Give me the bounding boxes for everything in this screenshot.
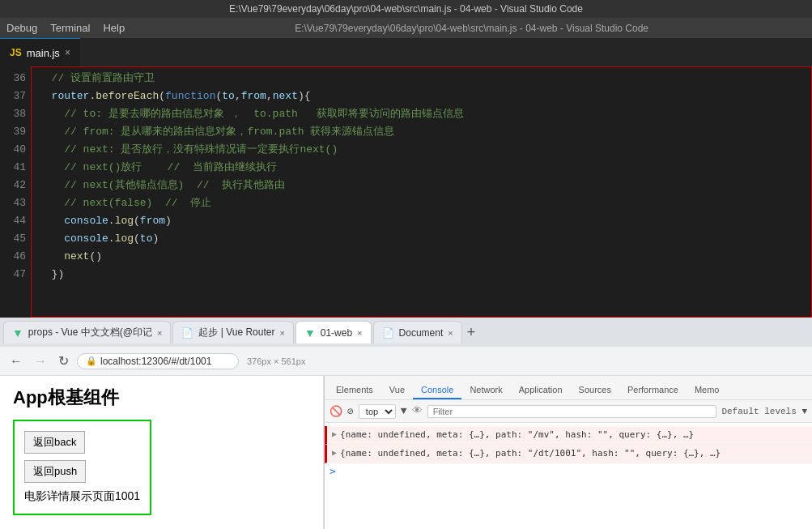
menu-help[interactable]: Help bbox=[103, 22, 125, 34]
js-file-icon: JS bbox=[10, 47, 22, 58]
back-button[interactable]: ← bbox=[6, 352, 26, 370]
reload-button[interactable]: ↻ bbox=[55, 352, 72, 370]
page-title: App根基组件 bbox=[13, 386, 310, 410]
code-line-44: console.log(from) bbox=[39, 212, 812, 230]
devtools-panel: Elements Vue Console Network Application… bbox=[324, 376, 812, 529]
browser-tab-document-label: Document bbox=[399, 327, 444, 339]
menu-terminal[interactable]: Terminal bbox=[50, 22, 90, 34]
menu-bar: Debug Terminal Help E:\Vue79\79everyday\… bbox=[0, 18, 812, 38]
console-input-line: > bbox=[325, 463, 812, 479]
vue-icon-props: ▼ bbox=[12, 326, 23, 339]
code-line-46: next() bbox=[39, 248, 812, 266]
default-levels-label[interactable]: Default levels ▼ bbox=[721, 407, 807, 416]
devtools-tab-console[interactable]: Console bbox=[413, 382, 461, 399]
watermark: https://blog.csdn.net/weixin_44857717 bbox=[654, 511, 806, 526]
console-line-2: ▶ {name: undefined, meta: {…}, path: "/d… bbox=[325, 445, 812, 463]
code-line-40: // next: 是否放行，没有特殊情况请一定要执行next() bbox=[39, 141, 812, 159]
lock-icon: 🔒 bbox=[86, 356, 97, 366]
code-editor: 36 37 38 39 40 41 42 43 44 45 46 47 // 设… bbox=[0, 66, 812, 318]
editor-tabs: JS main.js × bbox=[0, 38, 812, 66]
menu-debug[interactable]: Debug bbox=[6, 22, 37, 34]
code-line-41: // next()放行 // 当前路由继续执行 bbox=[39, 159, 812, 177]
address-bar[interactable]: 🔒 localhost:12306/#/dt/1001 bbox=[77, 353, 239, 369]
browser-tab-props-close[interactable]: × bbox=[157, 328, 162, 338]
devtools-tab-performance[interactable]: Performance bbox=[619, 382, 687, 399]
back-button-page[interactable]: 返回back bbox=[24, 431, 85, 454]
line-numbers: 36 37 38 39 40 41 42 43 44 45 46 47 bbox=[0, 66, 32, 318]
browser-tab-01web[interactable]: ▼ 01-web × bbox=[295, 321, 372, 343]
browser-tab-01web-label: 01-web bbox=[321, 327, 352, 339]
browser-tab-01web-close[interactable]: × bbox=[357, 328, 362, 338]
eye-icon[interactable]: 👁 bbox=[412, 405, 423, 417]
filter-input[interactable] bbox=[427, 405, 717, 418]
browser-tab-start-label: 起步 | Vue Router bbox=[198, 326, 274, 339]
browser-tab-start[interactable]: 📄 起步 | Vue Router × bbox=[172, 321, 293, 343]
page-content: App根基组件 返回back 返回push 电影详情展示页面1001 bbox=[0, 376, 324, 529]
address-bar-row: ← → ↻ 🔒 localhost:12306/#/dt/1001 376px … bbox=[0, 347, 812, 376]
doc-icon-document: 📄 bbox=[382, 327, 394, 339]
devtools-tab-application[interactable]: Application bbox=[511, 382, 571, 399]
new-tab-button[interactable]: + bbox=[464, 324, 479, 341]
source-select[interactable]: top bbox=[359, 404, 396, 419]
devtools-tab-memo[interactable]: Memo bbox=[687, 382, 728, 399]
console-text-1: {name: undefined, meta: {…}, path: "/mv"… bbox=[340, 428, 694, 442]
browser-content: App根基组件 返回back 返回push 电影详情展示页面1001 Eleme… bbox=[0, 376, 812, 529]
vue-icon-01web: ▼ bbox=[304, 326, 316, 339]
console-line-1: ▶ {name: undefined, meta: {…}, path: "/m… bbox=[325, 426, 812, 445]
forward-button[interactable]: → bbox=[31, 352, 50, 370]
devtools-tab-sources[interactable]: Sources bbox=[571, 382, 619, 399]
browser-tab-props-label: props - Vue 中文文档(@印记 bbox=[28, 326, 152, 339]
push-button-page[interactable]: 返回push bbox=[24, 460, 86, 483]
devtools-tab-elements[interactable]: Elements bbox=[328, 382, 381, 399]
dropdown-arrow-icon[interactable]: ▼ bbox=[401, 405, 407, 417]
console-prompt-icon: > bbox=[329, 465, 336, 477]
code-content: // 设置前置路由守卫 router.beforeEach(function(t… bbox=[32, 66, 812, 318]
green-box: 返回back 返回push 电影详情展示页面1001 bbox=[13, 420, 151, 515]
browser-tabs: ▼ props - Vue 中文文档(@印记 × 📄 起步 | Vue Rout… bbox=[0, 318, 812, 347]
console-expand-arrow-1[interactable]: ▶ bbox=[332, 429, 337, 438]
menu-title: E:\Vue79\79everyday\06day\pro\04-web\src… bbox=[138, 23, 806, 34]
code-line-36: // 设置前置路由守卫 bbox=[39, 70, 812, 87]
url-text: localhost:12306/#/dt/1001 bbox=[100, 356, 211, 367]
code-line-43: // next(false) // 停止 bbox=[39, 194, 812, 212]
code-line-37: router.beforeEach(function(to,from,next)… bbox=[39, 87, 812, 105]
code-line-39: // from: 是从哪来的路由信息对象，from.path 获得来源锚点信息 bbox=[39, 123, 812, 141]
code-line-42: // next(其他锚点信息) // 执行其他路由 bbox=[39, 177, 812, 194]
console-text-2: {name: undefined, meta: {…}, path: "/dt/… bbox=[340, 446, 721, 461]
code-line-45: console.log(to) bbox=[39, 230, 812, 248]
browser-tab-props[interactable]: ▼ props - Vue 中文文档(@印记 × bbox=[3, 321, 171, 343]
code-editor-wrapper: 36 37 38 39 40 41 42 43 44 45 46 47 // 设… bbox=[0, 66, 812, 318]
filter-icon[interactable]: ⊘ bbox=[347, 405, 354, 418]
movie-title: 电影详情展示页面1001 bbox=[24, 489, 140, 504]
dimension-label: 376px × 561px bbox=[247, 356, 305, 366]
editor-tab-mainjs[interactable]: JS main.js × bbox=[0, 38, 80, 66]
browser-tab-start-close[interactable]: × bbox=[279, 328, 284, 338]
title-bar-text: E:\Vue79\79everyday\06day\pro\04-web\src… bbox=[229, 3, 583, 15]
console-expand-arrow-2[interactable]: ▶ bbox=[332, 448, 337, 457]
doc-icon-start: 📄 bbox=[181, 327, 193, 339]
devtools-tab-network[interactable]: Network bbox=[461, 382, 510, 399]
editor-tab-filename: main.js bbox=[27, 47, 60, 59]
devtools-tab-vue[interactable]: Vue bbox=[381, 382, 413, 399]
watermark-text: https://blog.csdn.net/weixin_44857717 bbox=[654, 514, 806, 523]
code-line-38: // to: 是要去哪的路由信息对象 ， to.path 获取即将要访问的路由锚… bbox=[39, 105, 812, 123]
devtools-tabs: Elements Vue Console Network Application… bbox=[325, 376, 812, 400]
code-line-47: }) bbox=[39, 266, 812, 284]
ban-icon[interactable]: 🚫 bbox=[329, 405, 342, 418]
devtools-toolbar: 🚫 ⊘ top ▼ 👁 Default levels ▼ bbox=[325, 400, 812, 423]
editor-tab-close[interactable]: × bbox=[65, 47, 70, 58]
browser-section: ▼ props - Vue 中文文档(@印记 × 📄 起步 | Vue Rout… bbox=[0, 318, 812, 529]
browser-tab-document[interactable]: 📄 Document × bbox=[373, 321, 462, 343]
browser-tab-document-close[interactable]: × bbox=[448, 328, 453, 338]
title-bar: E:\Vue79\79everyday\06day\pro\04-web\src… bbox=[0, 0, 812, 18]
